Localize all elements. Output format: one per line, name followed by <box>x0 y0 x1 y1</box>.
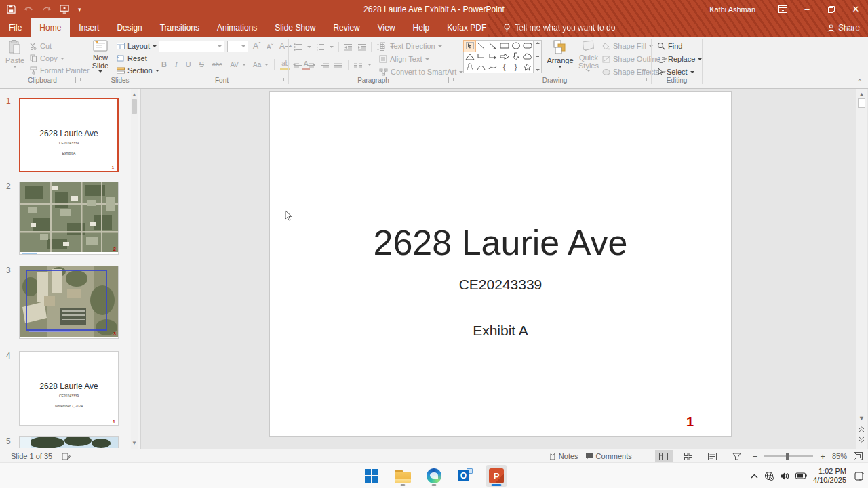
shape-oval[interactable] <box>510 41 521 52</box>
slide4-thumbnail[interactable]: 2628 Laurie Ave CE20243339 November 7, 2… <box>19 351 119 426</box>
start-from-beginning-icon[interactable] <box>60 5 69 14</box>
canvas-scroll-down-icon[interactable]: ▼ <box>856 415 867 422</box>
text-direction-button[interactable]: Text Direction <box>379 42 442 50</box>
reset-button[interactable]: Reset <box>117 54 147 62</box>
increase-indent-icon[interactable] <box>357 43 366 51</box>
tab-view[interactable]: View <box>369 18 404 37</box>
tab-animations[interactable]: Animations <box>208 18 266 37</box>
bold-button[interactable]: B <box>160 59 168 70</box>
italic-button[interactable]: I <box>174 59 179 70</box>
align-right-icon[interactable] <box>321 61 329 68</box>
underline-button[interactable]: U <box>184 59 193 70</box>
collapse-ribbon-icon[interactable]: ⌃ <box>857 78 863 85</box>
decrease-font-size-button[interactable]: Aˇ <box>265 41 275 52</box>
shape-fill-button[interactable]: Shape Fill <box>602 42 653 50</box>
shape-rounded-rectangle[interactable] <box>521 41 533 52</box>
zoom-percentage[interactable]: 85% <box>832 452 847 460</box>
align-left-icon[interactable] <box>294 61 302 68</box>
taskbar-clock[interactable]: 1:02 PM 4/10/2025 <box>813 467 846 485</box>
align-center-icon[interactable] <box>307 61 315 68</box>
zoom-slider-thumb[interactable] <box>786 453 789 460</box>
zoom-in-button[interactable]: + <box>820 451 825 462</box>
character-spacing-button[interactable]: AV <box>229 59 240 70</box>
shape-select[interactable] <box>464 41 475 52</box>
shape-left-brace[interactable]: { <box>498 62 510 73</box>
accessibility-checker-icon[interactable] <box>62 453 71 460</box>
normal-view-button[interactable] <box>655 450 673 462</box>
select-button[interactable]: Select <box>657 68 694 76</box>
outlook-taskbar-icon[interactable]: O <box>454 465 476 487</box>
notification-center-icon[interactable] <box>854 472 864 481</box>
tab-transitions[interactable]: Transitions <box>151 18 208 37</box>
powerpoint-taskbar-icon[interactable]: P <box>486 465 507 487</box>
file-explorer-taskbar-icon[interactable] <box>392 465 414 487</box>
slide3-thumbnail[interactable]: 3 <box>19 266 119 339</box>
next-slide-button[interactable] <box>856 436 867 443</box>
font-dialog-launcher[interactable] <box>279 77 285 83</box>
numbering-icon[interactable] <box>316 43 325 51</box>
slide2-thumbnail[interactable]: 2 <box>19 182 119 255</box>
layout-button[interactable]: Layout <box>117 42 157 50</box>
tab-design[interactable]: Design <box>108 18 151 37</box>
tab-review[interactable]: Review <box>324 18 368 37</box>
slide-editing-surface[interactable]: 2628 Laurie Ave CE20243339 Exhibit A 1 <box>270 92 731 436</box>
tab-kofax-pdf[interactable]: Kofax PDF <box>438 18 495 37</box>
slide-subtitle-text[interactable]: CE20243339 <box>270 277 731 293</box>
shape-down-arrow[interactable] <box>510 52 521 62</box>
battery-icon[interactable] <box>795 472 807 479</box>
tell-me-box[interactable]: Tell me what you want to do <box>495 18 623 37</box>
thumb-scrollbar-thumb[interactable] <box>132 99 137 114</box>
increase-font-size-button[interactable]: Aˆ <box>252 41 262 52</box>
volume-icon[interactable] <box>780 472 789 481</box>
bullets-icon[interactable] <box>294 43 302 51</box>
comments-button[interactable]: Comments <box>585 452 632 460</box>
columns-icon[interactable] <box>354 61 362 68</box>
find-button[interactable]: Find <box>657 42 682 50</box>
font-name-combobox[interactable] <box>159 41 224 52</box>
taskbar-chevron-icon[interactable] <box>751 474 758 479</box>
save-icon[interactable] <box>7 5 16 14</box>
shape-arc[interactable] <box>475 62 487 73</box>
customize-qat-icon[interactable]: ▾ <box>78 6 81 13</box>
shape-elbow[interactable] <box>475 52 487 62</box>
cut-button[interactable]: Cut <box>30 42 52 50</box>
canvas-vertical-scrollbar[interactable]: ▲ ▼ <box>856 89 867 449</box>
tab-home[interactable]: Home <box>31 18 70 37</box>
slide-show-button[interactable] <box>728 450 746 462</box>
thumbnail-scrollbar[interactable]: ▲ ▼ <box>131 89 138 449</box>
slide5-thumbnail[interactable] <box>19 436 119 448</box>
slide-title-text[interactable]: 2628 Laurie Ave <box>270 222 731 263</box>
start-button[interactable] <box>361 465 382 487</box>
shape-right-brace[interactable]: } <box>510 62 521 73</box>
slide-sorter-view-button[interactable] <box>679 450 697 462</box>
decrease-indent-icon[interactable] <box>344 43 353 51</box>
thumb-scroll-down-icon[interactable]: ▼ <box>131 439 138 447</box>
shape-triangle[interactable] <box>464 52 475 62</box>
previous-slide-button[interactable] <box>856 426 867 432</box>
shape-elbow-arrow[interactable] <box>487 52 498 62</box>
tab-help[interactable]: Help <box>404 18 439 37</box>
notes-button[interactable]: Notes <box>549 452 578 460</box>
minimize-button[interactable]: – <box>795 0 819 18</box>
canvas-scroll-up-icon[interactable]: ▲ <box>856 91 867 98</box>
zoom-slider[interactable] <box>764 455 813 457</box>
copy-button[interactable]: Copy <box>30 54 64 62</box>
shape-freeform[interactable] <box>464 62 475 73</box>
new-slide-button[interactable]: New Slide <box>88 40 113 73</box>
quick-styles-button[interactable]: Quick Styles <box>576 40 601 72</box>
subscript-button[interactable]: abc <box>211 59 224 70</box>
slide-counter[interactable]: Slide 1 of 35 <box>11 452 52 460</box>
section-button[interactable]: Section <box>117 66 159 75</box>
reading-view-button[interactable] <box>704 450 722 462</box>
close-button[interactable]: ✕ <box>844 0 868 18</box>
slide-exhibit-text[interactable]: Exhibit A <box>270 323 731 339</box>
ribbon-display-options-icon[interactable] <box>770 0 795 18</box>
restore-button[interactable] <box>819 0 844 18</box>
tab-slide-show[interactable]: Slide Show <box>266 18 324 37</box>
fit-slide-to-window-icon[interactable] <box>854 452 863 460</box>
tab-file[interactable]: File <box>0 18 31 37</box>
shape-arrow[interactable] <box>487 41 498 52</box>
paste-button[interactable]: Paste <box>4 40 26 68</box>
convert-smartart-button[interactable]: Convert to SmartArt <box>379 68 463 76</box>
canvas-scrollbar-thumb[interactable] <box>858 98 865 108</box>
